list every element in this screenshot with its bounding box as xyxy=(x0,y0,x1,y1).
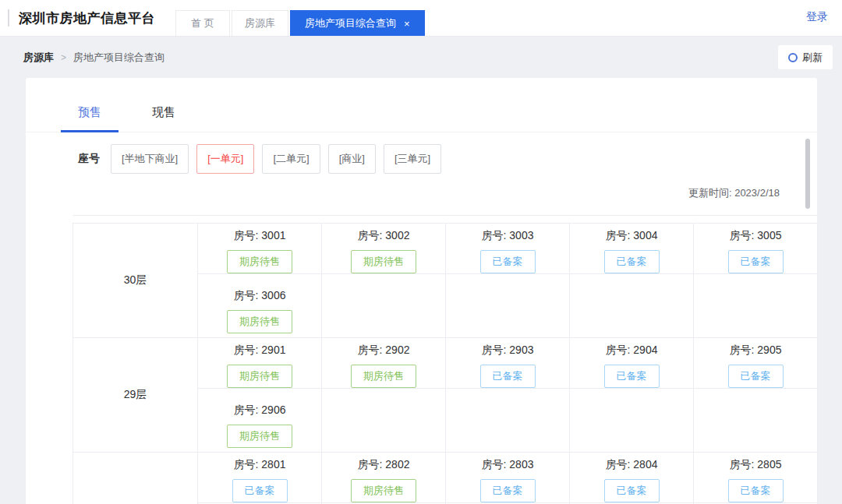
room-number: 房号: 3001 xyxy=(198,229,321,243)
room-cell: 房号: 2802期房待售 xyxy=(322,453,446,503)
filter-option[interactable]: [商业] xyxy=(328,144,376,174)
floor-label-cell: 30层 xyxy=(73,224,198,338)
nav-tab[interactable]: 房地产项目综合查询× xyxy=(290,10,425,36)
nav-tab-label: 房源库 xyxy=(245,16,275,30)
breadcrumb-row: 房源库 > 房地产项目综合查询 刷新 xyxy=(0,37,842,78)
status-badge[interactable]: 期房待售 xyxy=(351,365,416,388)
nav-tab-label: 首 页 xyxy=(191,16,214,30)
status-badge[interactable]: 期房待售 xyxy=(227,365,292,388)
filter-row: 座号 [半地下商业][一单元][二单元][商业][三单元] xyxy=(26,144,817,174)
table-row: 30层房号: 3001期房待售房号: 3002期房待售房号: 3003已备案房号… xyxy=(73,224,818,274)
status-badge[interactable]: 期房待售 xyxy=(227,425,292,448)
main-panel: 预售现售 座号 [半地下商业][一单元][二单元][商业][三单元] 更新时间:… xyxy=(26,78,817,504)
sale-type-tab[interactable]: 现售 xyxy=(135,105,193,132)
room-cell: 房号: 3002期房待售 xyxy=(322,224,446,274)
room-cell xyxy=(322,389,446,453)
room-number: 房号: 2905 xyxy=(694,344,817,358)
breadcrumb-root[interactable]: 房源库 xyxy=(23,51,54,65)
refresh-icon xyxy=(788,53,798,62)
room-cell xyxy=(694,389,818,453)
table-row: 28层房号: 2801已备案房号: 2802期房待售房号: 2803已备案房号:… xyxy=(73,453,818,503)
breadcrumb-current: 房地产项目综合查询 xyxy=(73,51,165,65)
status-badge[interactable]: 已备案 xyxy=(232,479,288,502)
status-badge[interactable]: 已备案 xyxy=(480,365,536,388)
room-cell: 房号: 3005已备案 xyxy=(694,224,818,274)
room-cell: 房号: 2801已备案 xyxy=(198,453,322,503)
status-badge[interactable]: 期房待售 xyxy=(351,479,416,502)
status-badge[interactable]: 期房待售 xyxy=(227,250,292,273)
room-cell: 房号: 2904已备案 xyxy=(570,338,694,389)
status-badge[interactable]: 已备案 xyxy=(604,365,660,388)
room-number: 房号: 3004 xyxy=(570,229,693,243)
header-accent-divider xyxy=(8,9,9,26)
vertical-scrollbar[interactable] xyxy=(805,139,810,209)
filter-options: [半地下商业][一单元][二单元][商业][三单元] xyxy=(103,144,441,174)
login-link[interactable]: 登录 xyxy=(806,10,828,24)
close-icon[interactable]: × xyxy=(404,18,410,30)
room-number: 房号: 3006 xyxy=(198,289,321,303)
update-time: 更新时间: 2023/2/18 xyxy=(26,186,817,200)
room-cell: 房号: 2803已备案 xyxy=(446,453,570,503)
sale-type-tab-bar: 预售现售 xyxy=(26,78,817,132)
floor-label-cell: 28层 xyxy=(73,453,198,504)
nav-tab[interactable]: 首 页 xyxy=(175,10,230,36)
room-cell xyxy=(322,274,446,338)
sale-type-tab[interactable]: 预售 xyxy=(61,105,119,132)
room-cell xyxy=(446,274,570,338)
update-time-value: 2023/2/18 xyxy=(734,187,780,199)
room-number: 房号: 2902 xyxy=(322,344,445,358)
room-number: 房号: 3005 xyxy=(694,229,817,243)
breadcrumb-separator: > xyxy=(61,52,66,63)
room-number: 房号: 2803 xyxy=(446,458,569,472)
room-number: 房号: 2901 xyxy=(198,344,321,358)
room-cell: 房号: 3001期房待售 xyxy=(198,224,322,274)
status-badge[interactable]: 已备案 xyxy=(480,479,536,502)
room-cell: 房号: 3003已备案 xyxy=(446,224,570,274)
refresh-button[interactable]: 刷新 xyxy=(778,45,833,69)
status-badge[interactable]: 已备案 xyxy=(728,250,784,273)
update-time-label: 更新时间: xyxy=(688,187,732,199)
floor-label-cell: 29层 xyxy=(73,338,198,453)
room-cell: 房号: 2804已备案 xyxy=(570,453,694,503)
room-cell: 房号: 2905已备案 xyxy=(694,338,818,389)
room-number: 房号: 2802 xyxy=(322,458,445,472)
filter-option[interactable]: [一单元] xyxy=(196,144,254,174)
status-badge[interactable]: 已备案 xyxy=(604,250,660,273)
room-table-wrap: 30层房号: 3001期房待售房号: 3002期房待售房号: 3003已备案房号… xyxy=(73,215,817,504)
status-badge[interactable]: 已备案 xyxy=(728,365,784,388)
filter-label: 座号 xyxy=(78,152,100,166)
room-number: 房号: 2903 xyxy=(446,344,569,358)
table-row: 29层房号: 2901期房待售房号: 2902期房待售房号: 2903已备案房号… xyxy=(73,338,818,389)
room-number: 房号: 2906 xyxy=(198,404,321,418)
room-cell xyxy=(694,274,818,338)
room-cell xyxy=(446,389,570,453)
room-cell: 房号: 2805已备案 xyxy=(694,453,818,503)
status-badge[interactable]: 期房待售 xyxy=(351,250,416,273)
room-cell: 房号: 3006期房待售 xyxy=(198,274,322,338)
room-table: 30层房号: 3001期房待售房号: 3002期房待售房号: 3003已备案房号… xyxy=(73,223,818,504)
app-header: 深圳市房地产信息平台 首 页房源库房地产项目综合查询× 登录 xyxy=(0,0,842,37)
room-cell: 房号: 3004已备案 xyxy=(570,224,694,274)
nav-tab[interactable]: 房源库 xyxy=(232,10,288,36)
room-cell: 房号: 2903已备案 xyxy=(446,338,570,389)
filter-option[interactable]: [半地下商业] xyxy=(111,144,189,174)
status-badge[interactable]: 已备案 xyxy=(604,479,660,502)
breadcrumb: 房源库 > 房地产项目综合查询 xyxy=(23,51,165,65)
room-cell xyxy=(570,274,694,338)
nav-tab-bar: 首 页房源库房地产项目综合查询× xyxy=(175,10,426,36)
app-title: 深圳市房地产信息平台 xyxy=(19,9,155,27)
room-number: 房号: 2904 xyxy=(570,344,693,358)
status-badge[interactable]: 已备案 xyxy=(728,479,784,502)
filter-option[interactable]: [三单元] xyxy=(384,144,441,174)
room-number: 房号: 3003 xyxy=(446,229,569,243)
room-cell: 房号: 2902期房待售 xyxy=(322,338,446,389)
room-number: 房号: 2805 xyxy=(694,458,817,472)
refresh-label: 刷新 xyxy=(802,51,823,65)
status-badge[interactable]: 期房待售 xyxy=(227,310,292,333)
nav-tab-label: 房地产项目综合查询 xyxy=(305,16,396,30)
room-cell: 房号: 2901期房待售 xyxy=(198,338,322,389)
room-cell: 房号: 2906期房待售 xyxy=(198,389,322,453)
filter-option[interactable]: [二单元] xyxy=(262,144,320,174)
status-badge[interactable]: 已备案 xyxy=(480,250,536,273)
room-number: 房号: 2801 xyxy=(198,458,321,472)
